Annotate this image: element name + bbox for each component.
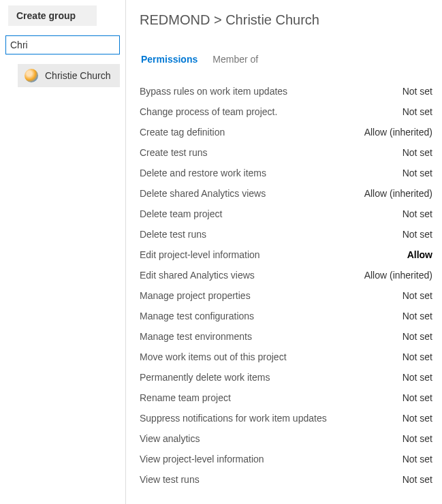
permission-row: Rename team projectNot set xyxy=(140,388,432,408)
permission-row: View project-level informationNot set xyxy=(140,449,432,469)
permission-label: Edit shared Analytics views xyxy=(140,268,255,282)
permission-value[interactable]: Not set xyxy=(394,309,432,323)
permission-value[interactable]: Allow (inherited) xyxy=(356,268,432,282)
permission-label: Change process of team project. xyxy=(140,105,277,119)
permission-label: Manage project properties xyxy=(140,289,251,302)
breadcrumb-current: Christie Church xyxy=(225,12,319,27)
permission-value[interactable]: Not set xyxy=(394,371,432,384)
permission-label: Delete and restore work items xyxy=(140,166,266,180)
permission-label: Edit project-level information xyxy=(140,248,260,262)
permission-value[interactable]: Not set xyxy=(394,207,432,221)
permission-label: Rename team project xyxy=(140,391,231,405)
permission-value[interactable]: Allow xyxy=(399,248,432,262)
permission-row: Delete shared Analytics viewsAllow (inhe… xyxy=(140,183,432,204)
permission-value[interactable]: Not set xyxy=(394,289,432,302)
permission-row: Permanently delete work itemsNot set xyxy=(140,367,432,388)
permission-label: Suppress notifications for work item upd… xyxy=(140,411,327,425)
breadcrumb-root[interactable]: REDMOND xyxy=(140,12,210,27)
permission-value[interactable]: Not set xyxy=(394,105,432,119)
permission-value[interactable]: Not set xyxy=(394,84,432,98)
permission-row: Create tag definitionAllow (inherited) xyxy=(140,122,432,142)
avatar-icon xyxy=(25,69,38,82)
permission-label: View project-level information xyxy=(140,452,264,466)
permission-label: Create test runs xyxy=(140,146,208,159)
permission-row: Create test runsNot set xyxy=(140,142,432,163)
permission-value[interactable]: Not set xyxy=(394,166,432,180)
permission-value[interactable]: Allow (inherited) xyxy=(356,125,432,139)
permission-label: Manage test configurations xyxy=(140,309,254,323)
permission-row: View analyticsNot set xyxy=(140,428,432,449)
permission-value[interactable]: Not set xyxy=(394,473,432,486)
permission-row: Bypass rules on work item updatesNot set xyxy=(140,81,432,101)
permission-row: Change process of team project.Not set xyxy=(140,101,432,122)
permission-value[interactable]: Not set xyxy=(394,391,432,405)
permission-label: Delete shared Analytics views xyxy=(140,187,266,200)
permission-row: Edit shared Analytics viewsAllow (inheri… xyxy=(140,265,432,285)
breadcrumb: REDMOND > Christie Church xyxy=(140,12,432,28)
sidebar-user-item[interactable]: Christie Church xyxy=(18,64,120,87)
permission-label: Delete team project xyxy=(140,207,222,221)
tabs: Permissions Member of xyxy=(140,54,432,66)
permission-row: Manage project propertiesNot set xyxy=(140,285,432,306)
create-group-button[interactable]: Create group xyxy=(8,5,97,26)
permissions-list: Bypass rules on work item updatesNot set… xyxy=(140,81,432,490)
permission-value[interactable]: Not set xyxy=(394,452,432,466)
permission-label: Move work items out of this project xyxy=(140,350,287,364)
permission-label: View analytics xyxy=(140,432,200,445)
permission-row: View test runsNot set xyxy=(140,469,432,490)
tab-permissions[interactable]: Permissions xyxy=(141,54,198,66)
permission-row: Delete team projectNot set xyxy=(140,204,432,224)
search-input[interactable] xyxy=(5,35,120,54)
permission-value[interactable]: Not set xyxy=(394,330,432,343)
sidebar-user-label: Christie Church xyxy=(45,70,110,81)
permission-value[interactable]: Not set xyxy=(394,411,432,425)
permission-value[interactable]: Not set xyxy=(394,350,432,364)
permission-label: Permanently delete work items xyxy=(140,371,270,384)
permission-label: Manage test environments xyxy=(140,330,252,343)
main-content: REDMOND > Christie Church Permissions Me… xyxy=(126,0,442,504)
permission-row: Suppress notifications for work item upd… xyxy=(140,408,432,428)
permission-row: Move work items out of this projectNot s… xyxy=(140,347,432,367)
sidebar: Create group Christie Church xyxy=(0,0,126,504)
permission-value[interactable]: Not set xyxy=(394,227,432,241)
permission-label: View test runs xyxy=(140,473,200,486)
permission-value[interactable]: Not set xyxy=(394,146,432,159)
tab-member-of[interactable]: Member of xyxy=(212,54,258,66)
permission-label: Delete test runs xyxy=(140,227,206,241)
permission-value[interactable]: Not set xyxy=(394,432,432,445)
permission-row: Delete and restore work itemsNot set xyxy=(140,163,432,183)
permission-value[interactable]: Allow (inherited) xyxy=(356,187,432,200)
permission-row: Edit project-level informationAllow xyxy=(140,245,432,265)
breadcrumb-separator: > xyxy=(214,12,222,27)
permission-row: Manage test environmentsNot set xyxy=(140,326,432,347)
permission-label: Bypass rules on work item updates xyxy=(140,84,287,98)
permission-label: Create tag definition xyxy=(140,125,225,139)
permission-row: Manage test configurationsNot set xyxy=(140,306,432,326)
permission-row: Delete test runsNot set xyxy=(140,224,432,245)
